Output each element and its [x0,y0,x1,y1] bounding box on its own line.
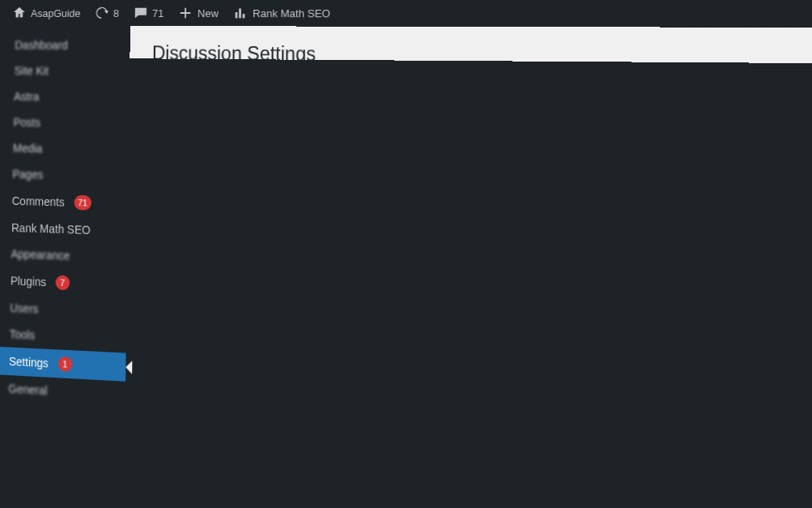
seo-label: Rank Math SEO [253,6,330,19]
sidebar-item-general[interactable]: General [0,375,125,408]
sidebar-item-label: Media [13,142,43,156]
admin-sidebar: DashboardSite KitAstraPostsMediaPagesCom… [6,26,130,32]
sidebar-item-label: Dashboard [15,39,68,52]
new-link[interactable]: New [178,6,219,20]
new-label: New [198,6,219,19]
sidebar-item-label: Posts [13,116,40,130]
main-content: Discussion Settings Default post setting… [130,26,812,63]
page-title: Discussion Settings [152,42,812,63]
sidebar-item-label: Rank Math SEO [11,221,91,237]
updates-link[interactable]: 8 [95,6,120,20]
chart-icon [233,6,248,20]
comments-count: 71 [152,6,164,19]
sidebar-item-label: Site Kit [15,64,49,77]
sidebar-item-posts[interactable]: Posts [4,109,130,138]
sidebar-item-dashboard[interactable]: Dashboard [6,32,130,59]
sidebar-item-label: General [8,382,47,397]
admin-bar: AsapGuide 8 71 New Rank Math SEO [6,0,812,28]
updates-count: 8 [113,6,119,19]
sidebar-item-astra[interactable]: Astra [4,83,129,111]
sidebar-item-label: Astra [14,90,39,103]
sidebar-badge: 1 [57,356,72,372]
sidebar-item-label: Users [10,301,38,316]
sidebar-item-label: Plugins [11,274,46,288]
sidebar-item-comments[interactable]: Comments71 [2,186,128,218]
sidebar-item-label: Comments [12,194,65,209]
sidebar-item-label: Settings [9,355,49,370]
sidebar-item-site-kit[interactable]: Site Kit [5,58,130,84]
sidebar-badge: 7 [55,275,70,290]
site-name: AsapGuide [31,7,81,19]
comments-link[interactable]: 71 [134,6,164,20]
sidebar-badge: 71 [74,195,91,211]
sidebar-item-pages[interactable]: Pages [3,160,129,190]
sidebar-item-rank-math-seo[interactable]: Rank Math SEO [2,214,127,244]
comment-icon [134,6,148,20]
sidebar-item-label: Pages [12,168,43,181]
sidebar-item-label: Tools [10,327,36,342]
sidebar-item-media[interactable]: Media [3,135,129,164]
refresh-icon [95,6,109,20]
plus-icon [178,6,193,20]
seo-link[interactable]: Rank Math SEO [233,6,330,21]
home-icon [12,6,26,20]
site-home-link[interactable]: AsapGuide [12,6,80,20]
sidebar-item-label: Appearance [11,247,70,263]
